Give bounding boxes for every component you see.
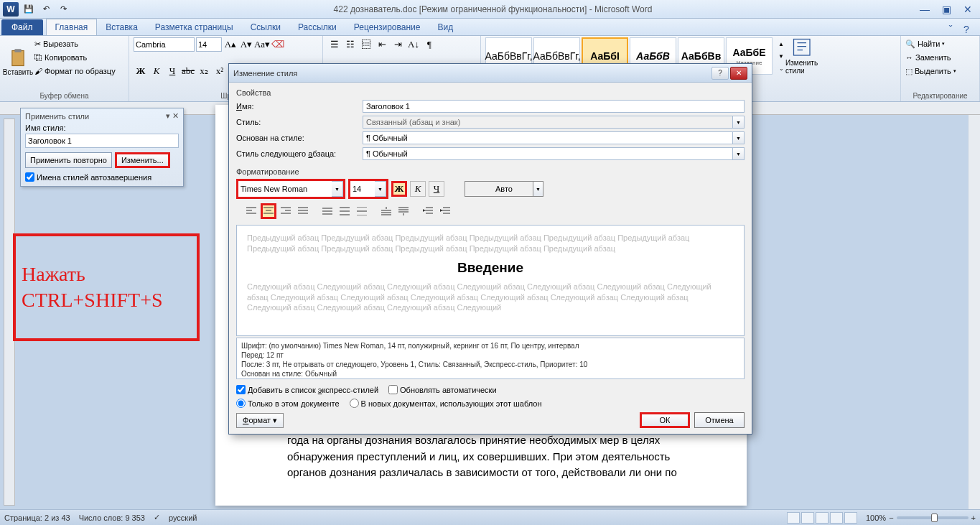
only-this-doc-radio[interactable]: Только в этом документе (236, 399, 340, 408)
new-docs-radio[interactable]: В новых документах, использующих этот ша… (350, 399, 542, 408)
space-before-inc-button[interactable] (378, 203, 394, 219)
paste-button[interactable]: Вставить (4, 37, 32, 76)
line-spacing-1-button[interactable] (319, 203, 335, 219)
space-before-dec-button[interactable] (396, 203, 411, 219)
find-button[interactable]: 🔍Найти ▾ (905, 37, 975, 50)
clear-format-button[interactable]: ⌫ (271, 37, 285, 52)
tab-view[interactable]: Вид (429, 19, 462, 35)
properties-header: Свойства (236, 88, 745, 97)
dialog-color-select[interactable]: Авто▼ (465, 181, 543, 197)
next-style-select[interactable] (363, 147, 733, 160)
dialog-close-button[interactable]: ✕ (730, 67, 747, 80)
save-icon[interactable]: 💾 (22, 3, 36, 16)
align-justify-button[interactable] (295, 203, 311, 219)
apply-panel-dropdown[interactable]: ▾ (166, 111, 170, 120)
apply-styles-panel: Применить стили ▾ ✕ Имя стиля: Применить… (20, 108, 184, 187)
sort-button[interactable]: A↓ (406, 37, 421, 52)
indent-dec-button[interactable] (420, 203, 436, 219)
change-styles-button[interactable]: Изменить стили (785, 37, 820, 75)
print-layout-view[interactable] (787, 512, 800, 524)
redo-icon[interactable]: ↷ (56, 3, 70, 16)
dialog-underline-button[interactable]: Ч (429, 181, 444, 197)
svg-rect-1 (14, 49, 21, 52)
tab-home[interactable]: Главная (46, 19, 98, 35)
svg-rect-0 (12, 51, 24, 66)
minimize-button[interactable]: — (915, 3, 934, 16)
chevron-down-icon[interactable]: ▼ (733, 131, 745, 144)
style-name-select[interactable] (25, 134, 179, 148)
font-family-select[interactable] (134, 37, 195, 52)
ribbon-minimize-icon[interactable]: ˇ (943, 24, 958, 35)
zoom-out-button[interactable]: − (889, 514, 893, 522)
tab-layout[interactable]: Разметка страницы (146, 19, 242, 35)
dialog-help-button[interactable]: ? (711, 67, 729, 80)
reapply-button[interactable]: Применить повторно (25, 152, 112, 168)
italic-button[interactable]: К (149, 64, 164, 78)
zoom-level[interactable]: 100% (866, 514, 886, 522)
outline-view[interactable] (830, 512, 843, 524)
subscript-button[interactable]: x₂ (197, 64, 211, 78)
underline-button[interactable]: Ч (165, 64, 179, 78)
apply-panel-close[interactable]: ✕ (172, 111, 179, 120)
name-input[interactable] (363, 100, 745, 113)
tab-mailings[interactable]: Рассылки (289, 19, 345, 35)
numbering-button[interactable]: ☷ (343, 37, 358, 52)
line-spacing-15-button[interactable] (337, 203, 353, 219)
tab-review[interactable]: Рецензирование (345, 19, 429, 35)
format-painter-button[interactable]: 🖌Формат по образцу (34, 65, 116, 78)
undo-icon[interactable]: ↶ (39, 3, 53, 16)
grow-font-button[interactable]: A▴ (223, 37, 238, 52)
tab-references[interactable]: Ссылки (242, 19, 289, 35)
vertical-scrollbar[interactable] (968, 115, 980, 509)
draft-view[interactable] (844, 512, 857, 524)
line-spacing-2-button[interactable] (354, 203, 370, 219)
chevron-down-icon[interactable]: ▼ (733, 147, 745, 160)
dialog-bold-button[interactable]: Ж (391, 181, 407, 197)
format-menu-button[interactable]: Формат ▾ (236, 413, 284, 428)
based-on-select[interactable] (363, 131, 733, 144)
quick-access-toolbar: W 💾 ↶ ↷ (3, 2, 70, 17)
maximize-button[interactable]: ▣ (937, 3, 956, 16)
copy-button[interactable]: ⿻Копировать (34, 51, 116, 64)
tab-file[interactable]: Файл (1, 19, 43, 35)
language[interactable]: русский (169, 514, 197, 522)
select-button[interactable]: ⬚Выделить ▾ (905, 65, 975, 78)
fullscreen-reading-view[interactable] (801, 512, 814, 524)
zoom-slider[interactable] (897, 516, 969, 519)
dialog-size-select[interactable] (350, 181, 375, 197)
superscript-button[interactable]: x² (213, 64, 227, 78)
dialog-font-select[interactable] (238, 181, 332, 197)
ok-button[interactable]: ОК (640, 412, 690, 428)
spell-check-icon[interactable]: ✓ (154, 513, 160, 522)
page-count[interactable]: Страница: 2 из 43 (4, 514, 70, 522)
help-icon[interactable]: ? (958, 24, 974, 35)
multilevel-button[interactable]: ⿳ (359, 37, 373, 52)
indent-inc-button[interactable] (437, 203, 453, 219)
shrink-font-button[interactable]: A▾ (239, 37, 253, 52)
change-case-button[interactable]: Aa▾ (255, 37, 269, 52)
font-size-select[interactable] (196, 37, 222, 52)
cut-button[interactable]: ✂Вырезать (34, 37, 116, 50)
web-layout-view[interactable] (816, 512, 829, 524)
pilcrow-button[interactable]: ¶ (422, 37, 437, 52)
strikethrough-button[interactable]: abc (181, 64, 195, 78)
close-button[interactable]: ✕ (958, 3, 977, 16)
dialog-italic-button[interactable]: К (410, 181, 426, 197)
zoom-in-button[interactable]: + (971, 514, 976, 522)
modify-button[interactable]: Изменить... (115, 152, 170, 168)
autocomplete-checkbox[interactable]: Имена стилей автозавершения (25, 172, 179, 182)
tab-insert[interactable]: Вставка (97, 19, 146, 35)
cancel-button[interactable]: Отмена (694, 412, 745, 428)
auto-update-checkbox[interactable]: Обновлять автоматически (388, 385, 497, 394)
align-right-button[interactable] (278, 203, 294, 219)
align-center-button[interactable] (261, 203, 276, 219)
decrease-indent-button[interactable]: ⇤ (375, 37, 389, 52)
bullets-button[interactable]: ☰ (327, 37, 342, 52)
bold-button[interactable]: Ж (134, 64, 148, 78)
increase-indent-button[interactable]: ⇥ (391, 37, 405, 52)
add-quick-checkbox[interactable]: Добавить в список экспресс-стилей (236, 385, 378, 394)
align-left-button[interactable] (243, 203, 259, 219)
brush-icon: 🖌 (34, 67, 42, 75)
word-count[interactable]: Число слов: 9 353 (79, 514, 145, 522)
replace-button[interactable]: ↔Заменить (905, 51, 975, 64)
